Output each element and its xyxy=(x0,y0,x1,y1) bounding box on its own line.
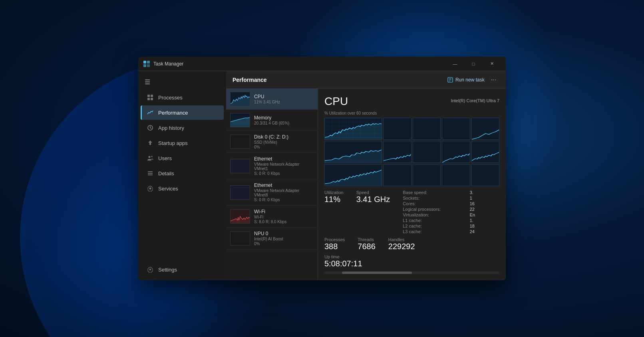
sidebar-item-details[interactable]: Details xyxy=(141,166,224,180)
sidebar-item-services[interactable]: Services xyxy=(141,181,224,196)
processes-stat-label: Processes xyxy=(324,237,345,242)
eth1-thumbnail xyxy=(230,159,250,173)
content-area: Performance Run new task ··· xyxy=(226,71,506,280)
eth1-detail: VMware Network Adapter VMnet1 xyxy=(254,162,314,171)
processes-icon xyxy=(147,94,153,101)
resource-list[interactable]: CPU 11% 3.41 GHz xyxy=(226,89,318,280)
disk-detail2: 0% xyxy=(254,145,314,149)
eth1-name: Ethernet xyxy=(254,156,314,162)
sidebar-item-processes[interactable]: Processes xyxy=(141,90,224,105)
run-new-task-button[interactable]: Run new task xyxy=(444,75,488,84)
more-options-button[interactable]: ··· xyxy=(488,75,499,85)
processes-value: 388 xyxy=(324,242,345,251)
svg-marker-20 xyxy=(231,95,250,106)
window-title: Task Manager xyxy=(153,61,446,67)
l3-value: 24 xyxy=(470,229,499,234)
resource-item-disk0[interactable]: Disk 0 (C: Z: D:) SSD (NVMe) 0% xyxy=(226,131,318,153)
svg-rect-1 xyxy=(147,61,150,63)
cpu-core-cell-main xyxy=(324,118,382,140)
cpu-core-cell-5 xyxy=(471,118,500,140)
resource-item-wifi[interactable]: Wi-Fi Wi-Fi S: 8.0 R: 8.0 Kbps xyxy=(226,206,318,228)
wifi-detail2: S: 8.0 R: 8.0 Kbps xyxy=(254,220,314,224)
run-task-label: Run new task xyxy=(455,77,485,83)
resource-item-cpu[interactable]: CPU 11% 3.41 GHz xyxy=(226,89,318,110)
details-icon xyxy=(147,170,153,176)
cpu-name: CPU xyxy=(254,94,314,99)
wifi-thumbnail xyxy=(230,209,250,224)
sidebar: ☰ Processes Perf xyxy=(138,71,226,280)
sockets-value: 1 xyxy=(470,196,499,200)
svg-rect-23 xyxy=(231,135,250,149)
utilization-value: 11% xyxy=(324,195,344,204)
cpu-core-cell-12 xyxy=(383,164,411,186)
npu-info: NPU 0 Intel(R) AI Boost 0% xyxy=(254,231,314,246)
uptime-label: Up time xyxy=(324,254,499,259)
window-controls: — □ ✕ xyxy=(446,57,501,71)
wifi-detail: Wi-Fi xyxy=(254,215,314,219)
toolbar-title: Performance xyxy=(233,77,444,83)
npu-thumbnail xyxy=(230,231,250,246)
disk-detail: SSD (NVMe) xyxy=(254,140,314,145)
resource-item-memory[interactable]: Memory 20.3/31.4 GB (65%) xyxy=(226,110,318,131)
close-button[interactable]: ✕ xyxy=(483,57,501,71)
cpu-detail: 11% 3.41 GHz xyxy=(254,100,314,104)
cpu-title: CPU xyxy=(324,95,348,108)
cores-label: Cores: xyxy=(403,201,465,206)
npu-detail2: 0% xyxy=(254,242,314,246)
svg-rect-25 xyxy=(231,186,250,199)
services-icon xyxy=(147,185,153,192)
cores-value: 16 xyxy=(470,201,499,206)
hamburger-menu[interactable]: ☰ xyxy=(138,74,226,90)
sidebar-item-performance[interactable]: Performance xyxy=(141,105,224,120)
performance-icon xyxy=(147,109,153,116)
sidebar-item-startup-apps[interactable]: Startup apps xyxy=(141,136,224,150)
stat-speed: Speed 3.41 GHz xyxy=(356,190,390,204)
stat-processes: Processes 388 xyxy=(324,237,345,251)
cpu-core-cell-14 xyxy=(442,164,470,186)
utilization-label: Utilization xyxy=(324,190,344,195)
resource-item-npu0[interactable]: NPU 0 Intel(R) AI Boost 0% xyxy=(226,228,318,250)
eth2-detail: VMware Network Adapter VMnet8 xyxy=(254,188,314,197)
users-icon xyxy=(147,155,153,161)
services-label: Services xyxy=(158,186,178,192)
uptime-value: 5:08:07:11 xyxy=(324,259,499,268)
task-manager-window: Task Manager — □ ✕ ☰ Processes xyxy=(138,57,506,280)
sidebar-item-app-history[interactable]: App history xyxy=(141,121,224,135)
eth1-detail2: S: 0 R: 0 Kbps xyxy=(254,171,314,176)
sockets-label: Sockets: xyxy=(403,196,465,200)
stat-handles: Handles 229292 xyxy=(388,237,415,251)
eth1-info: Ethernet VMware Network Adapter VMnet1 S… xyxy=(254,156,314,176)
maximize-button[interactable]: □ xyxy=(464,57,483,71)
minimize-button[interactable]: — xyxy=(446,57,464,71)
speed-value: 3.41 GHz xyxy=(356,195,390,204)
cpu-core-cell-11 xyxy=(324,164,382,186)
uptime-section: Up time 5:08:07:11 xyxy=(324,254,499,268)
sidebar-settings[interactable]: Settings xyxy=(141,262,224,277)
performance-label: Performance xyxy=(158,110,188,116)
cpu-core-cell-10 xyxy=(471,141,500,163)
resource-item-ethernet2[interactable]: Ethernet VMware Network Adapter VMnet8 S… xyxy=(226,179,318,206)
sidebar-item-users[interactable]: Users xyxy=(141,151,224,165)
logical-value: 22 xyxy=(470,207,499,212)
memory-info: Memory 20.3/31.4 GB (65%) xyxy=(254,115,314,125)
scrollbar-thumb xyxy=(342,272,412,274)
cpu-core-cell-13 xyxy=(413,164,441,186)
detail-panel: CPU Intel(R) Core(TM) Ultra 7 % Utilizat… xyxy=(318,89,506,280)
svg-point-14 xyxy=(149,188,151,190)
svg-rect-5 xyxy=(151,95,153,97)
details-label: Details xyxy=(158,170,174,176)
svg-point-9 xyxy=(149,156,151,158)
l1-value: 1. xyxy=(470,218,499,223)
cpu-core-cell-9 xyxy=(442,141,470,163)
detail-scrollbar[interactable] xyxy=(324,272,499,274)
l2-label: L2 cache: xyxy=(403,224,465,228)
resource-item-ethernet1[interactable]: Ethernet VMware Network Adapter VMnet1 S… xyxy=(226,153,318,179)
right-stats: Base speed: 3. Sockets: 1 Cores: 16 Logi… xyxy=(403,190,499,234)
stats-row2: Processes 388 Threads 7686 Handles 22929… xyxy=(324,237,499,251)
eth2-info: Ethernet VMware Network Adapter VMnet8 S… xyxy=(254,182,314,202)
eth2-detail2: S: 0 R: 0 Kbps xyxy=(254,198,314,202)
toolbar: Performance Run new task ··· xyxy=(226,71,506,89)
cpu-core-cell-8 xyxy=(413,141,441,163)
memory-name: Memory xyxy=(254,115,314,121)
logical-label: Logical processors: xyxy=(403,207,465,212)
